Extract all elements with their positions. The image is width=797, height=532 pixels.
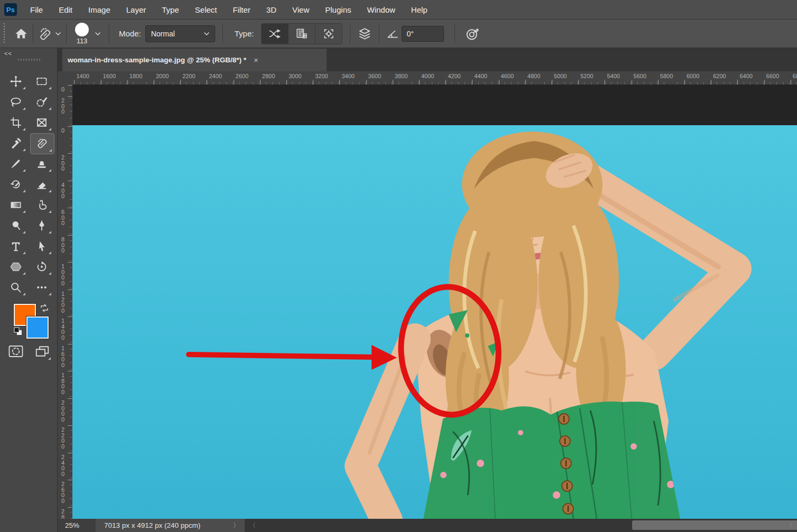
current-tool-preset[interactable] [39, 27, 61, 41]
tool-brush[interactable] [4, 154, 27, 174]
separator [109, 24, 109, 44]
v-ruler-label: 2 4 0 0 [61, 454, 64, 477]
tool-rotate-view[interactable] [30, 257, 53, 277]
clone-stamp-icon [36, 158, 48, 170]
collapse-panel-button[interactable]: << [4, 50, 12, 57]
vertical-ruler[interactable]: 02 0 002 0 04 0 06 0 08 0 01 0 0 01 2 0 … [58, 85, 73, 519]
status-popup-chevron-icon[interactable]: 〉 [233, 521, 239, 530]
tool-lasso[interactable] [4, 92, 27, 112]
menu-item-plugins[interactable]: Plugins [317, 0, 359, 19]
panel-grip[interactable] [18, 59, 41, 61]
brush-size-picker[interactable]: 113 [75, 23, 89, 44]
tools-panel: << [0, 48, 58, 532]
background-color-swatch[interactable] [26, 316, 49, 339]
pen-pressure-toggle[interactable] [466, 27, 479, 41]
tool-spot-healing-brush[interactable] [30, 133, 54, 154]
tool-smudge[interactable] [30, 195, 53, 215]
status-bar: 25% 7013 px x 4912 px (240 ppcm) 〉 〈 〉 [0, 519, 797, 532]
separator [379, 24, 379, 44]
options-bar-grip[interactable] [3, 23, 5, 44]
scroll-left-icon[interactable]: 〈 [248, 519, 257, 532]
content-aware-icon [268, 29, 281, 39]
spot-healing-brush-icon [36, 138, 48, 150]
tool-zoom[interactable] [4, 277, 27, 297]
horizontal-scrollbar[interactable]: 〈 〉 [245, 519, 797, 532]
tool-gradient[interactable] [4, 195, 27, 215]
tool-history-brush[interactable] [4, 174, 27, 194]
v-ruler-label: 2 0 0 0 [61, 400, 64, 422]
separator [66, 24, 67, 44]
tool-type[interactable] [4, 236, 27, 256]
document-tab[interactable]: woman-in-dress-sample-image.jpg @ 25% (R… [62, 49, 327, 71]
menu-item-edit[interactable]: Edit [51, 0, 80, 19]
tool-dodge[interactable] [4, 216, 27, 236]
history-brush-icon [10, 179, 22, 190]
quick-mask-button[interactable] [6, 342, 25, 361]
separator [33, 24, 33, 44]
proximity-match-button[interactable] [316, 24, 342, 44]
swap-colors-icon[interactable] [39, 303, 50, 313]
mode-value: Normal [151, 30, 175, 38]
default-colors-icon[interactable] [13, 326, 23, 337]
tool-shape[interactable] [4, 257, 27, 277]
tool-eyedropper[interactable] [4, 133, 27, 153]
menu-bar: Ps FileEditImageLayerTypeSelectFilter3DV… [0, 0, 797, 20]
scroll-right-icon[interactable]: 〉 [787, 519, 797, 532]
menu-item-select[interactable]: Select [187, 0, 225, 19]
horizontal-ruler[interactable]: 1400160018002000220024002600280030003200… [72, 71, 797, 85]
tool-crop[interactable] [4, 113, 27, 133]
menu-item-layer[interactable]: Layer [118, 0, 154, 19]
zoom-icon [10, 282, 22, 293]
photoshop-window: Ps FileEditImageLayerTypeSelectFilter3DV… [0, 0, 797, 532]
menu-item-image[interactable]: Image [80, 0, 118, 19]
content-aware-button[interactable] [262, 24, 289, 44]
create-texture-button[interactable] [289, 24, 316, 44]
h-ruler-label: 4400 [474, 73, 487, 79]
canvas[interactable] [72, 125, 797, 519]
h-ruler-label: 1800 [129, 73, 142, 79]
angle-value: 0° [406, 30, 413, 38]
tool-eraser[interactable] [30, 174, 53, 194]
mode-dropdown[interactable]: Normal [145, 25, 215, 42]
menu-item-3d[interactable]: 3D [258, 0, 284, 19]
h-ruler-label: 3000 [289, 73, 301, 79]
scrollbar-thumb[interactable] [632, 520, 797, 530]
eraser-icon [36, 179, 48, 190]
brush-size-value: 113 [77, 38, 88, 44]
h-ruler-label: 2400 [209, 73, 221, 79]
zoom-level-field[interactable]: 25% [58, 519, 96, 532]
menu-item-type[interactable]: Type [154, 0, 187, 19]
rectangular-marquee-icon [36, 76, 48, 87]
menu-item-filter[interactable]: Filter [225, 0, 258, 19]
tool-rectangular-marquee[interactable] [30, 71, 53, 91]
menu-item-help[interactable]: Help [403, 0, 435, 19]
sample-layers-icon [358, 27, 372, 41]
home-button[interactable] [15, 27, 27, 40]
tool-pen[interactable] [30, 216, 53, 236]
photo-woman-in-dress [72, 125, 797, 519]
menu-item-window[interactable]: Window [359, 0, 403, 19]
h-ruler-label: 5200 [580, 73, 593, 79]
tool-clone-stamp[interactable] [30, 154, 53, 174]
tool-quick-selection[interactable] [30, 92, 53, 112]
tool-move[interactable] [4, 71, 27, 91]
photoshop-logo-icon[interactable]: Ps [4, 3, 17, 16]
close-tab-icon[interactable]: × [254, 55, 258, 64]
angle-input[interactable]: 0° [402, 26, 444, 42]
h-ruler-label: 4800 [527, 73, 540, 79]
v-ruler-label: 1 4 0 0 [61, 318, 64, 340]
menu-item-file[interactable]: File [22, 0, 51, 19]
h-ruler-label: 6200 [713, 73, 726, 79]
spot-healing-brush-icon [39, 27, 52, 41]
menu-item-view[interactable]: View [284, 0, 317, 19]
smudge-icon [36, 199, 48, 211]
tool-frame[interactable] [30, 113, 53, 133]
tool-more-tools[interactable] [30, 277, 53, 297]
tool-path-selection[interactable] [30, 236, 53, 256]
sample-all-layers-button[interactable] [358, 27, 372, 41]
brush-icon [10, 158, 22, 170]
document-info[interactable]: 7013 px x 4912 px (240 ppcm) 〉 [96, 519, 245, 532]
eyedropper-icon [10, 137, 22, 149]
ruler-corner [58, 71, 72, 85]
screen-mode-button[interactable] [33, 342, 52, 361]
